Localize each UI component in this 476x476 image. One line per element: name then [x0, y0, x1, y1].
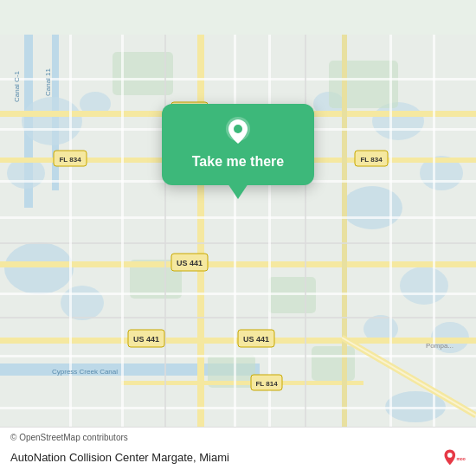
svg-text:moovit: moovit	[457, 457, 466, 461]
location-name: AutoNation Collision Center Margate, Mia…	[10, 451, 229, 464]
svg-rect-43	[164, 35, 166, 441]
svg-text:US 441: US 441	[133, 335, 159, 344]
svg-text:FL 834: FL 834	[59, 156, 81, 164]
svg-point-8	[61, 286, 104, 320]
svg-rect-42	[121, 35, 124, 441]
svg-point-4	[22, 97, 82, 145]
popup-label: Take me there	[192, 154, 284, 170]
svg-point-11	[342, 186, 402, 229]
svg-text:Canal 11: Canal 11	[44, 68, 52, 96]
svg-rect-46	[305, 35, 306, 441]
bottom-bar: © OpenStreetMap contributors AutoNation …	[0, 427, 476, 476]
svg-rect-29	[121, 381, 363, 385]
svg-text:Pompa...: Pompa...	[426, 342, 453, 350]
location-pin-icon	[222, 116, 254, 147]
svg-rect-41	[69, 35, 72, 441]
svg-rect-30	[197, 35, 204, 441]
svg-rect-31	[342, 35, 347, 441]
svg-point-12	[400, 267, 448, 305]
location-row: AutoNation Collision Center Margate, Mia…	[10, 445, 466, 469]
svg-rect-44	[234, 35, 236, 441]
moovit-logo: moovit	[441, 445, 466, 469]
map-attribution: © OpenStreetMap contributors	[10, 433, 466, 442]
map-container: US 441 FL 834 FL 834 US 441 US 441 US 44…	[0, 0, 476, 476]
svg-text:Canal C-1: Canal C-1	[13, 70, 21, 102]
svg-text:US 441: US 441	[243, 335, 269, 344]
svg-text:FL 834: FL 834	[360, 156, 383, 164]
svg-point-70	[234, 125, 242, 133]
svg-rect-22	[312, 346, 355, 381]
svg-text:FL 814: FL 814	[255, 380, 278, 388]
svg-rect-48	[433, 35, 435, 441]
svg-text:US 441: US 441	[177, 259, 203, 267]
map-background: US 441 FL 834 FL 834 US 441 US 441 US 44…	[0, 0, 476, 476]
svg-rect-47	[389, 35, 392, 441]
moovit-icon: moovit	[441, 445, 466, 469]
svg-point-72	[447, 453, 453, 458]
svg-text:Cypress Creek Canal: Cypress Creek Canal	[52, 368, 118, 376]
svg-point-7	[4, 242, 74, 294]
svg-rect-19	[329, 61, 398, 108]
take-me-there-popup[interactable]: Take me there	[162, 104, 314, 185]
